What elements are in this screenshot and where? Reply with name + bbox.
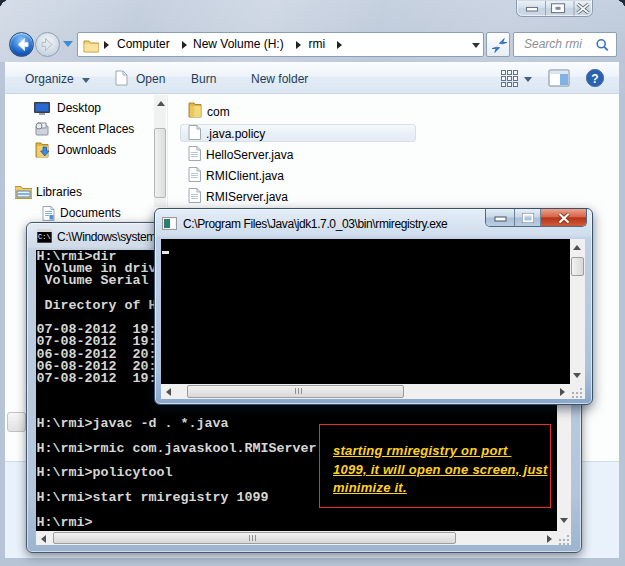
svg-text:C:\: C:\	[38, 233, 51, 241]
svg-text:?: ?	[591, 72, 598, 86]
